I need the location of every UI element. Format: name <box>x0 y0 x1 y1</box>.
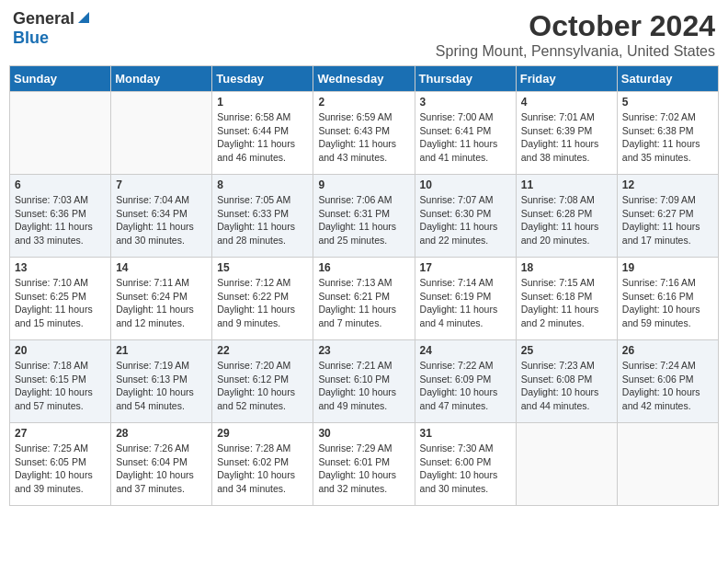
calendar-cell: 30Sunrise: 7:29 AM Sunset: 6:01 PM Dayli… <box>313 423 415 506</box>
day-number: 30 <box>318 427 409 440</box>
day-info: Sunrise: 7:23 AM Sunset: 6:08 PM Dayligh… <box>521 359 612 413</box>
calendar-cell: 29Sunrise: 7:28 AM Sunset: 6:02 PM Dayli… <box>212 423 313 506</box>
day-number: 24 <box>420 344 511 357</box>
week-row-1: 1Sunrise: 6:58 AM Sunset: 6:44 PM Daylig… <box>10 92 719 175</box>
day-number: 11 <box>521 178 612 191</box>
calendar-cell: 26Sunrise: 7:24 AM Sunset: 6:06 PM Dayli… <box>617 340 718 423</box>
day-info: Sunrise: 7:25 AM Sunset: 6:05 PM Dayligh… <box>15 442 106 496</box>
calendar-cell: 31Sunrise: 7:30 AM Sunset: 6:00 PM Dayli… <box>415 423 516 506</box>
month-title: October 2024 <box>436 9 715 43</box>
day-info: Sunrise: 7:00 AM Sunset: 6:41 PM Dayligh… <box>420 110 511 165</box>
location-title: Spring Mount, Pennsylvania, United State… <box>436 43 715 60</box>
day-number: 20 <box>15 344 106 357</box>
calendar-cell: 9Sunrise: 7:06 AM Sunset: 6:31 PM Daylig… <box>313 175 415 258</box>
day-number: 1 <box>217 96 308 109</box>
day-info: Sunrise: 7:08 AM Sunset: 6:28 PM Dayligh… <box>521 193 612 247</box>
calendar-cell: 6Sunrise: 7:03 AM Sunset: 6:36 PM Daylig… <box>10 175 111 258</box>
day-info: Sunrise: 7:18 AM Sunset: 6:15 PM Dayligh… <box>15 359 106 413</box>
header-row: SundayMondayTuesdayWednesdayThursdayFrid… <box>10 66 719 92</box>
day-number: 14 <box>116 261 207 274</box>
day-info: Sunrise: 7:02 AM Sunset: 6:38 PM Dayligh… <box>622 110 713 165</box>
day-number: 4 <box>521 96 612 109</box>
calendar-cell: 3Sunrise: 7:00 AM Sunset: 6:41 PM Daylig… <box>415 92 516 175</box>
day-info: Sunrise: 7:06 AM Sunset: 6:31 PM Dayligh… <box>318 193 409 247</box>
day-number: 5 <box>622 96 713 109</box>
week-row-4: 20Sunrise: 7:18 AM Sunset: 6:15 PM Dayli… <box>10 340 719 423</box>
day-info: Sunrise: 7:10 AM Sunset: 6:25 PM Dayligh… <box>15 276 106 330</box>
day-info: Sunrise: 7:26 AM Sunset: 6:04 PM Dayligh… <box>116 442 207 496</box>
day-number: 19 <box>622 261 713 274</box>
day-info: Sunrise: 7:19 AM Sunset: 6:13 PM Dayligh… <box>116 359 207 413</box>
day-number: 17 <box>420 261 511 274</box>
day-number: 29 <box>217 427 308 440</box>
calendar-cell: 10Sunrise: 7:07 AM Sunset: 6:30 PM Dayli… <box>415 175 516 258</box>
week-row-2: 6Sunrise: 7:03 AM Sunset: 6:36 PM Daylig… <box>10 175 719 258</box>
day-info: Sunrise: 7:16 AM Sunset: 6:16 PM Dayligh… <box>622 276 713 330</box>
day-number: 26 <box>622 344 713 357</box>
calendar-cell: 5Sunrise: 7:02 AM Sunset: 6:38 PM Daylig… <box>617 92 718 175</box>
day-number: 28 <box>116 427 207 440</box>
calendar-cell: 28Sunrise: 7:26 AM Sunset: 6:04 PM Dayli… <box>111 423 212 506</box>
day-number: 8 <box>217 178 308 191</box>
header-day-friday: Friday <box>516 66 617 92</box>
day-number: 12 <box>622 178 713 191</box>
calendar-cell: 19Sunrise: 7:16 AM Sunset: 6:16 PM Dayli… <box>617 258 718 340</box>
week-row-5: 27Sunrise: 7:25 AM Sunset: 6:05 PM Dayli… <box>10 423 719 506</box>
header-day-tuesday: Tuesday <box>212 66 313 92</box>
day-info: Sunrise: 7:15 AM Sunset: 6:18 PM Dayligh… <box>521 276 612 330</box>
page-header: General Blue October 2024 Spring Mount, … <box>9 9 719 60</box>
day-info: Sunrise: 7:12 AM Sunset: 6:22 PM Dayligh… <box>217 276 308 330</box>
day-number: 23 <box>318 344 409 357</box>
calendar-cell: 22Sunrise: 7:20 AM Sunset: 6:12 PM Dayli… <box>212 340 313 423</box>
day-info: Sunrise: 7:13 AM Sunset: 6:21 PM Dayligh… <box>318 276 409 330</box>
day-info: Sunrise: 7:14 AM Sunset: 6:19 PM Dayligh… <box>420 276 511 330</box>
day-info: Sunrise: 7:30 AM Sunset: 6:00 PM Dayligh… <box>420 442 511 496</box>
header-day-monday: Monday <box>111 66 212 92</box>
header-day-wednesday: Wednesday <box>313 66 415 92</box>
day-number: 7 <box>116 178 207 191</box>
day-info: Sunrise: 7:03 AM Sunset: 6:36 PM Dayligh… <box>15 193 106 247</box>
calendar-cell: 8Sunrise: 7:05 AM Sunset: 6:33 PM Daylig… <box>212 175 313 258</box>
calendar-cell: 12Sunrise: 7:09 AM Sunset: 6:27 PM Dayli… <box>617 175 718 258</box>
day-info: Sunrise: 7:07 AM Sunset: 6:30 PM Dayligh… <box>420 193 511 247</box>
calendar-cell: 17Sunrise: 7:14 AM Sunset: 6:19 PM Dayli… <box>415 258 516 340</box>
calendar-cell: 25Sunrise: 7:23 AM Sunset: 6:08 PM Dayli… <box>516 340 617 423</box>
day-number: 25 <box>521 344 612 357</box>
day-info: Sunrise: 7:21 AM Sunset: 6:10 PM Dayligh… <box>318 359 409 413</box>
svg-marker-0 <box>78 12 89 23</box>
day-info: Sunrise: 7:22 AM Sunset: 6:09 PM Dayligh… <box>420 359 511 413</box>
header-day-sunday: Sunday <box>10 66 111 92</box>
day-info: Sunrise: 7:09 AM Sunset: 6:27 PM Dayligh… <box>622 193 713 247</box>
day-number: 3 <box>420 96 511 109</box>
day-info: Sunrise: 7:29 AM Sunset: 6:01 PM Dayligh… <box>318 442 409 496</box>
day-info: Sunrise: 7:24 AM Sunset: 6:06 PM Dayligh… <box>622 359 713 413</box>
calendar-cell: 24Sunrise: 7:22 AM Sunset: 6:09 PM Dayli… <box>415 340 516 423</box>
day-info: Sunrise: 6:59 AM Sunset: 6:43 PM Dayligh… <box>318 110 409 165</box>
calendar-cell <box>10 92 111 175</box>
logo-triangle-icon <box>76 10 91 25</box>
logo-blue: Blue <box>13 29 49 47</box>
header-day-saturday: Saturday <box>617 66 718 92</box>
calendar-cell: 14Sunrise: 7:11 AM Sunset: 6:24 PM Dayli… <box>111 258 212 340</box>
day-number: 15 <box>217 261 308 274</box>
day-info: Sunrise: 7:20 AM Sunset: 6:12 PM Dayligh… <box>217 359 308 413</box>
day-number: 13 <box>15 261 106 274</box>
calendar-cell: 18Sunrise: 7:15 AM Sunset: 6:18 PM Dayli… <box>516 258 617 340</box>
calendar-cell: 1Sunrise: 6:58 AM Sunset: 6:44 PM Daylig… <box>212 92 313 175</box>
calendar-cell: 13Sunrise: 7:10 AM Sunset: 6:25 PM Dayli… <box>10 258 111 340</box>
calendar-cell: 21Sunrise: 7:19 AM Sunset: 6:13 PM Dayli… <box>111 340 212 423</box>
day-number: 16 <box>318 261 409 274</box>
calendar-cell: 23Sunrise: 7:21 AM Sunset: 6:10 PM Dayli… <box>313 340 415 423</box>
day-number: 2 <box>318 96 409 109</box>
logo: General Blue <box>13 9 91 48</box>
day-info: Sunrise: 7:28 AM Sunset: 6:02 PM Dayligh… <box>217 442 308 496</box>
day-number: 22 <box>217 344 308 357</box>
calendar-cell <box>111 92 212 175</box>
calendar-cell: 15Sunrise: 7:12 AM Sunset: 6:22 PM Dayli… <box>212 258 313 340</box>
calendar-cell <box>617 423 718 506</box>
day-info: Sunrise: 7:11 AM Sunset: 6:24 PM Dayligh… <box>116 276 207 330</box>
logo-general: General <box>13 9 74 29</box>
calendar-cell: 16Sunrise: 7:13 AM Sunset: 6:21 PM Dayli… <box>313 258 415 340</box>
calendar-cell: 2Sunrise: 6:59 AM Sunset: 6:43 PM Daylig… <box>313 92 415 175</box>
day-number: 18 <box>521 261 612 274</box>
